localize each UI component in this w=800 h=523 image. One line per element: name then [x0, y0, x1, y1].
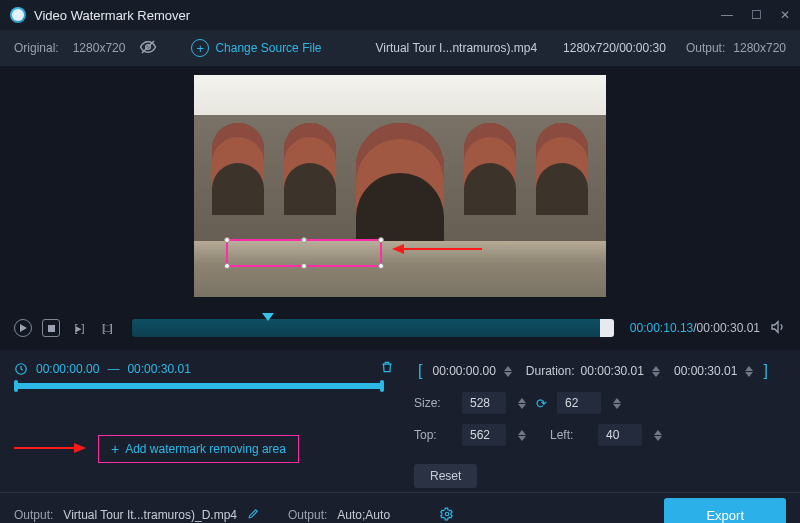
left-stepper[interactable] — [654, 430, 662, 441]
playback-controls: [▸] [□] 00:00:10.13/00:00:30.01 — [0, 306, 800, 350]
left-label: Left: — [550, 428, 588, 442]
range-start-stepper[interactable] — [504, 366, 512, 377]
range-start-bracket-icon[interactable]: [ — [414, 362, 426, 380]
timeline-scrubber[interactable] — [132, 319, 614, 337]
toolbar: Original: 1280x720 + Change Source File … — [0, 30, 800, 66]
toggle-preview-icon[interactable] — [139, 38, 157, 59]
output-file-value: Virtual Tour It...tramuros)_D.mp4 — [63, 508, 237, 522]
titlebar: Video Watermark Remover — ☐ ✕ — [0, 0, 800, 30]
segment-range-bar[interactable] — [14, 383, 384, 389]
annotation-arrow-icon — [392, 242, 482, 259]
segment-sep: — — [107, 362, 119, 376]
reset-button[interactable]: Reset — [414, 464, 477, 488]
size-height-stepper[interactable] — [613, 398, 621, 409]
playhead-icon[interactable] — [262, 313, 274, 321]
preview-area — [0, 66, 800, 306]
link-aspect-icon[interactable]: ⟳ — [536, 396, 547, 411]
size-label: Size: — [414, 396, 452, 410]
clock-icon — [14, 362, 28, 376]
watermark-selection-box[interactable] — [226, 239, 382, 267]
range-end-stepper[interactable] — [745, 366, 753, 377]
plus-icon: + — [111, 441, 119, 457]
output-format-value: Auto;Auto — [337, 508, 390, 522]
time-display: 00:00:10.13/00:00:30.01 — [630, 321, 760, 335]
edit-output-name-icon[interactable] — [247, 507, 260, 523]
output-dim: 1280x720 — [733, 41, 786, 55]
size-height-input[interactable]: 62 — [557, 392, 601, 414]
output-file-label: Output: — [14, 508, 53, 522]
svg-point-11 — [445, 512, 449, 516]
svg-marker-5 — [20, 324, 27, 332]
svg-marker-10 — [74, 443, 86, 453]
source-file-name: Virtual Tour I...ntramuros).mp4 — [375, 41, 537, 55]
change-source-label: Change Source File — [215, 41, 321, 55]
volume-icon[interactable] — [770, 319, 786, 338]
add-watermark-label: Add watermark removing area — [125, 442, 286, 456]
duration-stepper[interactable] — [652, 366, 660, 377]
range-end-bracket-icon[interactable]: ] — [759, 362, 771, 380]
left-input[interactable]: 40 — [598, 424, 642, 446]
plus-circle-icon: + — [191, 39, 209, 57]
svg-marker-7 — [772, 321, 778, 332]
original-dim: 1280x720 — [73, 41, 126, 55]
segment-panel: 00:00:00.00 — 00:00:30.01 + Add watermar… — [0, 350, 800, 492]
total-time: 00:00:30.01 — [697, 321, 760, 335]
resize-handle-icon[interactable] — [301, 237, 307, 243]
svg-marker-4 — [392, 244, 404, 254]
minimize-icon[interactable]: — — [721, 8, 733, 22]
segment-header[interactable]: 00:00:00.00 — 00:00:30.01 — [14, 360, 394, 377]
output-format-label: Output: — [288, 508, 327, 522]
delete-segment-icon[interactable] — [380, 360, 394, 377]
time-range-row: [ 00:00:00.00 Duration:00:00:30.01 00:00… — [414, 362, 786, 380]
output-settings-icon[interactable] — [440, 507, 454, 524]
svg-point-0 — [12, 9, 24, 21]
duration-value: 00:00:30.01 — [581, 364, 644, 378]
resize-handle-icon[interactable] — [301, 263, 307, 269]
top-input[interactable]: 562 — [462, 424, 506, 446]
duration-label: Duration: — [526, 364, 575, 378]
export-button[interactable]: Export — [664, 498, 786, 524]
mark-in-button[interactable]: [▸] — [70, 319, 88, 337]
app-logo-icon — [10, 7, 26, 23]
play-button[interactable] — [14, 319, 32, 337]
annotation-arrow-icon — [14, 442, 86, 457]
video-preview[interactable] — [194, 75, 606, 297]
segment-end: 00:00:30.01 — [127, 362, 190, 376]
change-source-button[interactable]: + Change Source File — [191, 39, 321, 57]
resize-handle-icon[interactable] — [224, 237, 230, 243]
size-width-input[interactable]: 528 — [462, 392, 506, 414]
add-watermark-area-button[interactable]: + Add watermark removing area — [98, 435, 299, 463]
range-start-value: 00:00:00.00 — [432, 364, 495, 378]
current-time: 00:00:10.13 — [630, 321, 693, 335]
app-title: Video Watermark Remover — [34, 8, 190, 23]
resize-handle-icon[interactable] — [224, 263, 230, 269]
output-label: Output: — [686, 41, 725, 55]
bottom-panel: Output: Virtual Tour It...tramuros)_D.mp… — [0, 493, 800, 523]
resize-handle-icon[interactable] — [378, 263, 384, 269]
source-file-meta: 1280x720/00:00:30 — [563, 41, 666, 55]
maximize-icon[interactable]: ☐ — [751, 8, 762, 22]
timeline-end-handle[interactable] — [600, 319, 614, 337]
top-stepper[interactable] — [518, 430, 526, 441]
mark-out-button[interactable]: [□] — [98, 319, 116, 337]
original-label: Original: — [14, 41, 59, 55]
stop-button[interactable] — [42, 319, 60, 337]
close-icon[interactable]: ✕ — [780, 8, 790, 22]
segment-start: 00:00:00.00 — [36, 362, 99, 376]
range-end-value: 00:00:30.01 — [674, 364, 737, 378]
top-label: Top: — [414, 428, 452, 442]
svg-rect-6 — [48, 325, 55, 332]
resize-handle-icon[interactable] — [378, 237, 384, 243]
size-width-stepper[interactable] — [518, 398, 526, 409]
